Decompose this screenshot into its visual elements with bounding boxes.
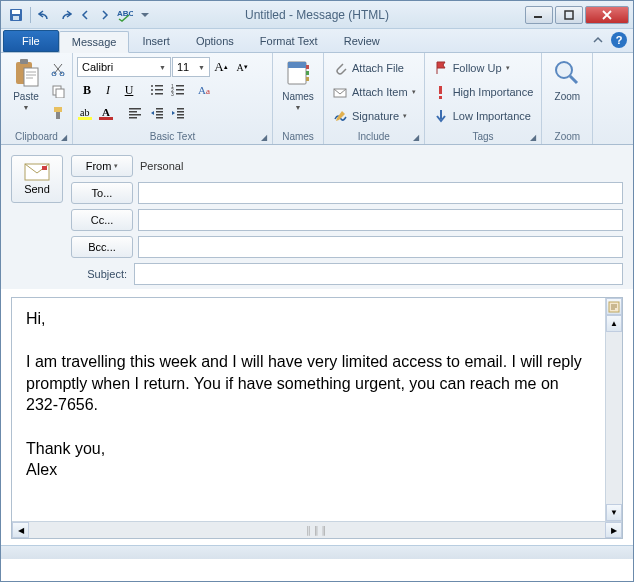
vertical-scrollbar[interactable]: ▲ ▼ — [605, 298, 622, 521]
font-size-select[interactable]: 11▼ — [172, 57, 210, 77]
svg-rect-32 — [99, 117, 113, 120]
close-button[interactable] — [585, 6, 629, 24]
svg-point-17 — [151, 89, 153, 91]
group-basic-text: Calibri▼ 11▼ A▴ A▾ B I U 123 Aa ab — [73, 53, 273, 144]
save-icon[interactable] — [7, 6, 25, 24]
font-family-select[interactable]: Calibri▼ — [77, 57, 171, 77]
tab-format-text[interactable]: Format Text — [247, 30, 331, 52]
follow-up-button[interactable]: Follow Up▾ — [429, 57, 538, 79]
paste-icon — [10, 57, 42, 89]
envelope-icon — [24, 163, 50, 181]
spelling-icon[interactable]: ABC — [116, 6, 134, 24]
to-button[interactable]: To... — [71, 182, 133, 204]
cc-input[interactable] — [138, 209, 623, 231]
qat-customize-icon[interactable] — [136, 6, 154, 24]
svg-rect-40 — [156, 117, 163, 119]
svg-rect-43 — [177, 114, 184, 116]
svg-rect-37 — [156, 108, 163, 110]
zoom-button[interactable]: Zoom — [546, 55, 588, 104]
message-body[interactable]: Hi, I am travelling this week and I will… — [12, 298, 605, 521]
svg-rect-42 — [177, 111, 184, 113]
font-color-button[interactable]: A — [98, 103, 118, 123]
svg-rect-4 — [534, 16, 542, 18]
numbering-button[interactable]: 123 — [168, 80, 188, 100]
svg-point-19 — [151, 93, 153, 95]
svg-rect-46 — [288, 62, 306, 68]
include-launcher-icon[interactable]: ◢ — [413, 133, 419, 142]
title-bar: ABC Untitled - Message (HTML) — [1, 1, 633, 29]
group-zoom: Zoom Zoom — [542, 53, 593, 144]
tab-file[interactable]: File — [3, 30, 59, 52]
signature-button[interactable]: Signature▾ — [328, 105, 420, 127]
scroll-down-icon[interactable]: ▼ — [606, 504, 622, 521]
scroll-left-icon[interactable]: ◀ — [12, 522, 29, 538]
svg-rect-14 — [56, 112, 60, 119]
bcc-input[interactable] — [138, 236, 623, 258]
svg-rect-52 — [439, 96, 442, 99]
align-left-button[interactable] — [126, 103, 146, 123]
send-button[interactable]: Send — [11, 155, 63, 203]
tab-review[interactable]: Review — [331, 30, 393, 52]
maximize-button[interactable] — [555, 6, 583, 24]
undo-icon[interactable] — [36, 6, 54, 24]
svg-rect-18 — [155, 89, 163, 91]
to-input[interactable] — [138, 182, 623, 204]
horizontal-scrollbar[interactable]: ◀ ║║║ ▶ — [12, 521, 622, 538]
group-include: Attach File Attach Item▾ Signature▾ Incl… — [324, 53, 425, 144]
help-icon[interactable]: ? — [611, 32, 627, 48]
underline-button[interactable]: U — [119, 80, 139, 100]
clipboard-launcher-icon[interactable]: ◢ — [61, 133, 67, 142]
paste-button[interactable]: Paste ▼ — [5, 55, 47, 113]
grow-font-button[interactable]: A▴ — [211, 57, 231, 77]
high-importance-button[interactable]: High Importance — [429, 81, 538, 103]
svg-point-15 — [151, 85, 153, 87]
svg-rect-36 — [129, 117, 137, 119]
attach-file-button[interactable]: Attach File — [328, 57, 420, 79]
shrink-font-button[interactable]: A▾ — [232, 57, 252, 77]
names-button[interactable]: Names ▼ — [277, 55, 319, 113]
subject-label: Subject: — [11, 268, 129, 280]
tags-launcher-icon[interactable]: ◢ — [530, 133, 536, 142]
svg-rect-38 — [156, 111, 163, 113]
svg-rect-47 — [306, 65, 309, 69]
minimize-button[interactable] — [525, 6, 553, 24]
format-painter-button[interactable] — [48, 103, 68, 123]
previous-icon[interactable] — [76, 6, 94, 24]
svg-rect-12 — [56, 89, 64, 98]
tab-insert[interactable]: Insert — [129, 30, 183, 52]
compose-header: Send From▾ Personal To... Cc... Bcc... S… — [1, 145, 633, 289]
italic-button[interactable]: I — [98, 80, 118, 100]
increase-indent-button[interactable] — [168, 103, 188, 123]
svg-text:3: 3 — [171, 91, 174, 96]
scroll-right-icon[interactable]: ▶ — [605, 522, 622, 538]
highlight-button[interactable]: ab — [77, 103, 97, 123]
exclamation-icon — [433, 84, 449, 100]
bcc-button[interactable]: Bcc... — [71, 236, 133, 258]
basictext-launcher-icon[interactable]: ◢ — [261, 133, 267, 142]
cc-button[interactable]: Cc... — [71, 209, 133, 231]
scroll-up-icon[interactable]: ▲ — [606, 315, 622, 332]
from-button[interactable]: From▾ — [71, 155, 133, 177]
svg-rect-44 — [177, 117, 184, 119]
decrease-indent-button[interactable] — [147, 103, 167, 123]
subject-input[interactable] — [134, 263, 623, 285]
minimize-ribbon-icon[interactable] — [589, 31, 607, 49]
clear-formatting-button[interactable]: Aa — [196, 80, 216, 100]
next-icon[interactable] — [96, 6, 114, 24]
redo-icon[interactable] — [56, 6, 74, 24]
attach-item-button[interactable]: Attach Item▾ — [328, 81, 420, 103]
copy-button[interactable] — [48, 81, 68, 101]
bullets-button[interactable] — [147, 80, 167, 100]
svg-rect-5 — [565, 11, 573, 19]
svg-rect-55 — [42, 166, 47, 170]
bold-button[interactable]: B — [77, 80, 97, 100]
svg-rect-41 — [177, 108, 184, 110]
svg-rect-33 — [129, 108, 141, 110]
low-importance-button[interactable]: Low Importance — [429, 105, 538, 127]
cut-button[interactable] — [48, 59, 68, 79]
quick-access-toolbar: ABC — [1, 6, 154, 24]
tab-message[interactable]: Message — [59, 31, 130, 53]
options-icon[interactable] — [606, 298, 622, 315]
tab-options[interactable]: Options — [183, 30, 247, 52]
svg-text:a: a — [206, 86, 210, 96]
